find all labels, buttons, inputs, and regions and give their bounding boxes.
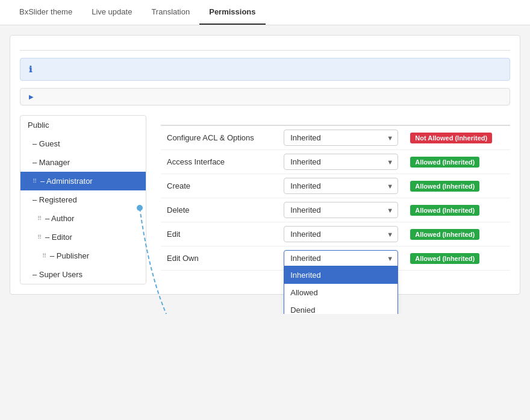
tree-item-registered[interactable]: – Registered (20, 190, 146, 209)
action-label-create: Create (161, 174, 278, 198)
expand-arrow-icon: ▶ (29, 93, 34, 100)
tree-label: – Administrator (40, 177, 93, 186)
tab-liveupdate[interactable]: Live update (82, 0, 142, 25)
info-box: ℹ (20, 58, 510, 81)
select-cell-edit: Inherited Allowed Denied ▼ (278, 222, 404, 246)
tree-item-superusers[interactable]: – Super Users (20, 265, 146, 284)
perm-row-edit-own: Edit Own Inherited Allowed Denied ▼ Inhe… (161, 246, 510, 271)
setting-select-configure-acl[interactable]: Inherited Allowed Denied (284, 130, 398, 146)
dd-option-allowed[interactable]: Allowed (284, 284, 398, 301)
calc-badge-access-interface: Allowed (Inherited) (404, 150, 510, 174)
perm-row-access-interface: Access Interface Inherited Allowed Denie… (161, 150, 510, 174)
tree-label: – Manager (33, 158, 70, 167)
tab-permissions[interactable]: Permissions (199, 0, 265, 25)
tree-label: – Super Users (33, 270, 83, 279)
select-cell-create: Inherited Allowed Denied ▼ (278, 174, 404, 198)
calc-badge-edit-own: Allowed (Inherited) (404, 246, 510, 271)
perm-row-create: Create Inherited Allowed Denied ▼ Allowe… (161, 174, 510, 198)
status-badge-access-interface: Allowed (Inherited) (410, 157, 479, 168)
setting-select-edit[interactable]: Inherited Allowed Denied (284, 226, 398, 242)
drag-handle-icon: ⠿ (33, 178, 37, 184)
col-header-select (278, 115, 404, 125)
expand-box[interactable]: ▶ (20, 88, 510, 105)
calc-badge-edit: Allowed (Inherited) (404, 222, 510, 246)
calc-badge-create: Allowed (Inherited) (404, 174, 510, 198)
tree-item-manager[interactable]: – Manager (20, 153, 146, 172)
setting-select-delete[interactable]: Inherited Allowed Denied (284, 202, 398, 218)
action-label-edit: Edit (161, 222, 278, 246)
select-cell-delete: Inherited Allowed Denied ▼ (278, 198, 404, 222)
status-badge-edit-own: Allowed (Inherited) (410, 253, 479, 264)
action-label-access-interface: Access Interface (161, 150, 278, 174)
section-title (20, 45, 510, 51)
tree-label: – Publisher (50, 251, 89, 260)
tree-item-guest[interactable]: – Guest (20, 134, 146, 153)
permissions-table-area: Configure ACL & Options Inherited Allowe… (161, 115, 510, 284)
tab-translation[interactable]: Translation (142, 0, 199, 25)
tree-item-author[interactable]: ⠿– Author (20, 209, 146, 228)
tab-bxslider[interactable]: BxSlider theme (10, 0, 82, 25)
status-badge-configure-acl: Not Allowed (Inherited) (410, 133, 492, 143)
perm-row-configure-acl: Configure ACL & Options Inherited Allowe… (161, 125, 510, 150)
setting-select-edit-own[interactable]: Inherited Allowed Denied (284, 250, 398, 266)
dd-option-inherited[interactable]: Inherited (284, 266, 398, 284)
action-label-delete: Delete (161, 198, 278, 222)
tree-label: – Author (45, 214, 74, 223)
calc-badge-delete: Allowed (Inherited) (404, 198, 510, 222)
tab-bar: BxSlider theme Live update Translation P… (0, 0, 530, 25)
perm-row-delete: Delete Inherited Allowed Denied ▼ Allowe… (161, 198, 510, 222)
tree-panel: Public– Guest– Manager⠿– Administrator– … (20, 115, 146, 284)
drag-handle-icon: ⠿ (37, 234, 42, 240)
tree-label: Public (28, 121, 49, 130)
drag-handle-icon: ⠿ (42, 252, 46, 259)
dd-option-denied[interactable]: Denied (284, 301, 398, 314)
tree-item-public[interactable]: Public (20, 116, 146, 134)
calc-badge-configure-acl: Not Allowed (Inherited) (404, 125, 510, 150)
tree-label: – Guest (33, 139, 60, 148)
tree-label: – Registered (33, 195, 77, 204)
setting-select-create[interactable]: Inherited Allowed Denied (284, 178, 398, 194)
action-label-configure-acl: Configure ACL & Options (161, 125, 278, 150)
select-cell-edit-own: Inherited Allowed Denied ▼ Inherited All… (278, 246, 404, 271)
status-badge-edit: Allowed (Inherited) (410, 229, 479, 240)
tree-item-publisher[interactable]: ⠿– Publisher (20, 246, 146, 265)
col-header-action (161, 115, 278, 125)
info-icon: ℹ (29, 64, 32, 74)
select-cell-configure-acl: Inherited Allowed Denied ▼ (278, 125, 404, 150)
drag-handle-icon: ⠿ (37, 215, 42, 222)
perm-row-edit: Edit Inherited Allowed Denied ▼ Allowed … (161, 222, 510, 246)
tree-item-editor[interactable]: ⠿– Editor (20, 228, 146, 246)
dropdown-popup-edit-own: Inherited Allowed Denied (284, 266, 398, 314)
action-label-edit-own: Edit Own (161, 246, 278, 271)
status-badge-delete: Allowed (Inherited) (410, 205, 479, 216)
setting-select-access-interface[interactable]: Inherited Allowed Denied (284, 154, 398, 170)
col-header-calculated (404, 115, 510, 125)
tree-item-administrator[interactable]: ⠿– Administrator (20, 172, 146, 190)
select-cell-access-interface: Inherited Allowed Denied ▼ (278, 150, 404, 174)
status-badge-create: Allowed (Inherited) (410, 181, 479, 192)
tree-label: – Editor (45, 233, 72, 242)
